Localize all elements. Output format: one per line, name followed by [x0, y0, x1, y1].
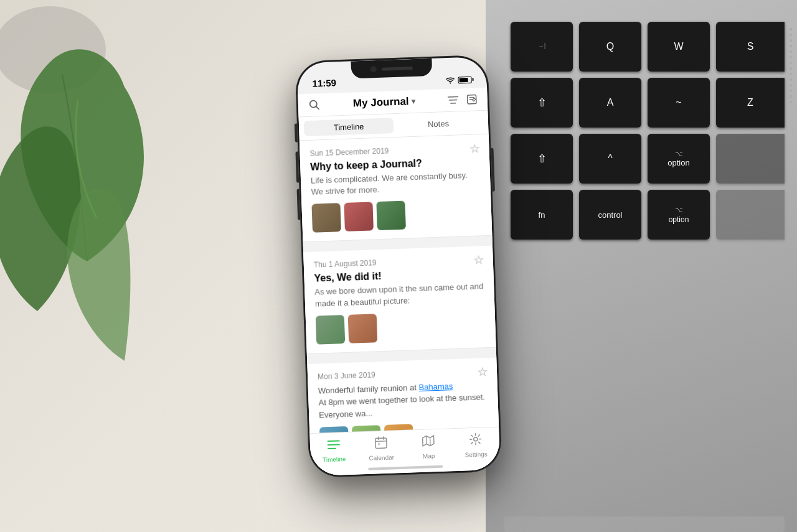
svg-line-10	[328, 444, 339, 445]
entry-star-2[interactable]	[473, 254, 484, 269]
nav-item-timeline[interactable]: Timeline	[310, 437, 358, 464]
key-tilde[interactable]: ~	[648, 78, 710, 128]
timeline-icon	[327, 437, 341, 454]
svg-point-19	[474, 437, 478, 441]
status-time: 11:59	[312, 77, 336, 88]
settings-icon	[469, 432, 482, 449]
calendar-label: Calendar	[369, 454, 394, 461]
entry-card-3[interactable]: Mon 3 June 2019 Wonderful family reunion…	[307, 357, 499, 433]
iphone-notch	[351, 58, 432, 78]
key-control[interactable]: control	[579, 190, 641, 240]
entry-date-3: Mon 3 June 2019	[318, 366, 487, 380]
entry-card-2[interactable]: Thu 1 August 2019 Yes, We did it! As we …	[303, 246, 496, 354]
iphone-screen: 11:59	[297, 56, 501, 475]
key-partial-right[interactable]	[716, 134, 785, 184]
tab-timeline[interactable]: Timeline	[304, 118, 394, 136]
key-shift-left[interactable]: ⇧	[511, 78, 573, 128]
journal-title[interactable]: My Journal ▾	[353, 95, 415, 109]
nav-item-map[interactable]: Map	[404, 434, 452, 460]
entry-date-1: Sun 15 December 2019	[309, 143, 479, 157]
status-icons	[445, 75, 471, 83]
nav-item-calendar[interactable]: Calendar	[357, 435, 405, 462]
notch-speaker	[382, 66, 413, 70]
photo-thumb	[348, 314, 378, 343]
tab-notes[interactable]: Notes	[394, 114, 484, 133]
key-spacebar-partial[interactable]	[716, 190, 785, 240]
key-q[interactable]: Q	[579, 22, 641, 72]
svg-rect-12	[375, 437, 387, 448]
entry-card-1[interactable]: Sun 15 December 2019 Why to keep a Journ…	[299, 134, 493, 242]
key-option[interactable]: ⌥ option	[648, 134, 710, 184]
key-tab[interactable]: →|	[511, 22, 573, 72]
key-fn[interactable]: fn	[511, 190, 573, 240]
iphone-body: 11:59	[295, 54, 502, 477]
filter-icon[interactable]	[447, 94, 459, 106]
entry-star-1[interactable]	[469, 143, 481, 157]
key-caret[interactable]: ^	[579, 134, 641, 184]
plant-decoration	[0, 0, 199, 373]
entry-preview-3: Wonderful family reunion at Bahamas At 8…	[318, 378, 489, 421]
map-icon	[422, 434, 435, 451]
photo-thumb	[376, 200, 406, 230]
calendar-icon	[375, 436, 388, 452]
header-actions	[447, 93, 478, 106]
search-icon[interactable]	[308, 98, 321, 111]
photo-thumb	[311, 203, 341, 233]
svg-line-13	[375, 441, 387, 441]
nav-item-settings[interactable]: Settings	[451, 432, 499, 459]
key-w[interactable]: W	[648, 22, 710, 72]
photo-thumb	[344, 202, 374, 231]
wifi-icon	[445, 76, 455, 84]
photo-thumb	[316, 314, 346, 344]
map-label: Map	[423, 452, 435, 460]
key-z-partial[interactable]: Z	[716, 78, 785, 128]
svg-line-2	[316, 106, 319, 109]
settings-label: Settings	[465, 450, 488, 458]
entries-list: Sun 15 December 2019 Why to keep a Journ…	[299, 134, 499, 432]
key-option-main[interactable]: ⌥ option	[648, 190, 710, 240]
battery-icon	[458, 76, 471, 83]
svg-line-9	[328, 441, 339, 441]
entry-date-2: Thu 1 August 2019	[314, 254, 483, 269]
compose-icon[interactable]	[466, 93, 478, 105]
bahamas-link[interactable]: Bahamas	[418, 381, 453, 391]
key-a[interactable]: A	[579, 78, 641, 128]
photo-thumb	[319, 426, 349, 433]
key-shift-right[interactable]: ⇧	[511, 134, 573, 184]
entry-photos-2	[316, 309, 486, 343]
app-content: My Journal ▾	[298, 87, 500, 475]
iphone-device: 11:59	[295, 54, 502, 477]
entry-preview-2: As we bore down upon it the sun came out…	[314, 281, 484, 309]
svg-line-3	[448, 96, 458, 97]
laptop-keyboard: →| Q W S ⇧ A ~ Z	[486, 0, 797, 532]
entry-star-3[interactable]	[477, 366, 489, 380]
svg-rect-16	[378, 443, 380, 445]
notch-camera	[370, 66, 377, 72]
entry-preview-1: Life is complicated. We are constantly b…	[311, 169, 481, 198]
entry-photos-1	[311, 198, 481, 232]
key-s-partial[interactable]: S	[716, 22, 785, 72]
timeline-label: Timeline	[323, 455, 346, 463]
